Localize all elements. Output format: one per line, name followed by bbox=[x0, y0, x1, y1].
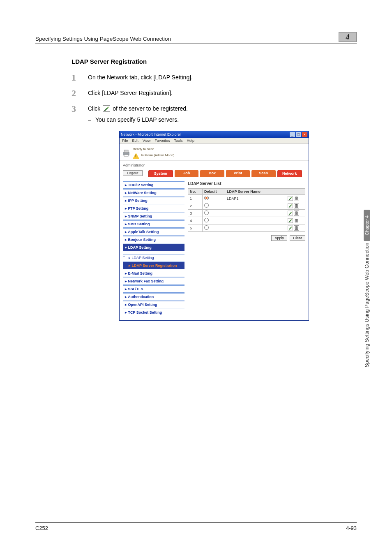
col-default: Default bbox=[203, 189, 225, 195]
table-row: 3 bbox=[188, 210, 305, 217]
tab-box[interactable]: Box bbox=[200, 170, 224, 177]
cell-name bbox=[225, 202, 285, 210]
delete-icon[interactable] bbox=[293, 211, 299, 215]
step-text: Click [LDAP Server Registration]. bbox=[88, 89, 357, 97]
ldap-server-table: No. Default LDAP Server Name 1LDAP12345 bbox=[188, 188, 305, 232]
nav-email[interactable]: ▸ E-Mail Setting bbox=[123, 270, 184, 277]
cell-name bbox=[225, 210, 285, 217]
radio-icon[interactable] bbox=[204, 225, 209, 230]
menu-help[interactable]: Help bbox=[187, 139, 194, 143]
nav-ipp[interactable]: ▸ IPP Setting bbox=[123, 197, 184, 204]
nav-smb[interactable]: ▸ SMB Setting bbox=[123, 220, 184, 228]
cell-default[interactable] bbox=[203, 224, 225, 232]
side-navigation: ▸ TCP/IP Setting ▸ NetWare Setting ▸ IPP… bbox=[123, 181, 184, 316]
status-line-2: In Menu (Admin Mode) bbox=[141, 153, 174, 157]
step-number: 2 bbox=[71, 89, 88, 98]
section-number-chip: 4 bbox=[339, 32, 357, 42]
radio-icon[interactable] bbox=[204, 210, 209, 215]
step-number: 1 bbox=[71, 73, 88, 82]
nav-ldap-setting[interactable]: ▸ LDAP Setting bbox=[123, 254, 184, 261]
cell-default[interactable] bbox=[203, 217, 225, 224]
embedded-screenshot: Network - Microsoft Internet Explorer _ … bbox=[119, 131, 309, 321]
radio-icon[interactable] bbox=[204, 218, 209, 222]
cell-default[interactable] bbox=[203, 195, 225, 202]
panel-title: LDAP Server List bbox=[188, 181, 305, 186]
cell-name bbox=[225, 224, 285, 232]
nav-ssltls[interactable]: ▸ SSL/TLS bbox=[123, 285, 184, 293]
section-heading: LDAP Server Registration bbox=[71, 58, 357, 65]
svg-rect-10 bbox=[295, 197, 297, 198]
tab-print[interactable]: Print bbox=[226, 170, 250, 177]
radio-icon[interactable] bbox=[204, 196, 209, 200]
delete-icon[interactable] bbox=[293, 226, 299, 230]
nav-tcpip[interactable]: ▸ TCP/IP Setting bbox=[123, 181, 184, 189]
svg-rect-24 bbox=[295, 212, 297, 213]
menu-favorites[interactable]: Favorites bbox=[154, 139, 170, 143]
svg-rect-3 bbox=[124, 155, 128, 156]
tab-scan[interactable]: Scan bbox=[251, 170, 275, 177]
tab-network[interactable]: Network bbox=[277, 170, 302, 177]
menu-view[interactable]: View bbox=[143, 139, 150, 143]
nav-ldap-parent[interactable]: ▾ LDAP Setting bbox=[123, 244, 184, 251]
edit-icon[interactable] bbox=[287, 226, 293, 230]
table-row: 1LDAP1 bbox=[188, 195, 305, 202]
nav-openapi[interactable]: ▸ OpenAPI Setting bbox=[123, 301, 184, 308]
nav-tcpsocket[interactable]: ▸ TCP Socket Setting bbox=[123, 309, 184, 316]
nav-snmp[interactable]: ▸ SNMP Setting bbox=[123, 213, 184, 220]
footer-right: 4-93 bbox=[346, 525, 357, 531]
edit-icon[interactable] bbox=[287, 196, 293, 200]
clear-button[interactable]: Clear bbox=[290, 235, 305, 241]
cell-no: 5 bbox=[188, 224, 203, 232]
menu-file[interactable]: File bbox=[122, 139, 128, 143]
nav-ftp[interactable]: ▸ FTP Setting bbox=[123, 205, 184, 212]
delete-icon[interactable] bbox=[293, 204, 299, 208]
step-text-before: Click bbox=[88, 105, 102, 112]
nav-netware[interactable]: ▸ NetWare Setting bbox=[123, 189, 184, 197]
step-number: 3 bbox=[71, 104, 88, 113]
cell-default[interactable] bbox=[203, 202, 225, 210]
role-label: Administrator bbox=[123, 163, 305, 167]
col-name: LDAP Server Name bbox=[225, 189, 285, 195]
edit-pencil-icon bbox=[103, 105, 110, 112]
printer-icon bbox=[122, 149, 130, 157]
step-subtext: You can specify 5 LDAP servers. bbox=[88, 116, 357, 124]
tab-system[interactable]: System bbox=[148, 170, 173, 177]
delete-icon[interactable] bbox=[293, 196, 299, 200]
cell-no: 1 bbox=[188, 195, 203, 202]
tab-job[interactable]: Job bbox=[175, 170, 198, 177]
apply-button[interactable]: Apply bbox=[271, 235, 287, 241]
logout-button[interactable]: Logout bbox=[123, 170, 143, 176]
cell-name: LDAP1 bbox=[225, 195, 285, 202]
chapter-tab: Chapter 4 bbox=[364, 210, 370, 241]
browser-menubar[interactable]: File Edit View Favorites Tools Help bbox=[120, 138, 309, 144]
cell-name bbox=[225, 217, 285, 224]
window-minimize-icon[interactable]: _ bbox=[290, 132, 295, 137]
nav-ldap-server-registration[interactable]: ▸ LDAP Server Registration bbox=[123, 262, 184, 269]
svg-rect-17 bbox=[295, 204, 297, 205]
col-actions bbox=[285, 189, 305, 195]
menu-edit[interactable]: Edit bbox=[132, 139, 139, 143]
nav-auth[interactable]: ▸ Authentication bbox=[123, 293, 184, 301]
cell-default[interactable] bbox=[203, 210, 225, 217]
table-row: 2 bbox=[188, 202, 305, 210]
window-title: Network - Microsoft Internet Explorer bbox=[121, 132, 289, 136]
nav-bonjour[interactable]: ▸ Bonjour Setting bbox=[123, 236, 184, 243]
menu-tools[interactable]: Tools bbox=[174, 139, 182, 143]
table-row: 5 bbox=[188, 224, 305, 232]
radio-icon[interactable] bbox=[204, 203, 209, 208]
window-maximize-icon[interactable]: □ bbox=[296, 132, 301, 137]
svg-rect-2 bbox=[124, 150, 128, 153]
edit-icon[interactable] bbox=[287, 218, 293, 222]
nav-appletalk[interactable]: ▸ AppleTalk Setting bbox=[123, 228, 184, 236]
nav-netfax[interactable]: ▸ Network Fax Setting bbox=[123, 278, 184, 285]
step-text: On the Network tab, click [LDAP Setting]… bbox=[88, 73, 357, 82]
edit-icon[interactable] bbox=[287, 204, 293, 208]
edit-icon[interactable] bbox=[287, 211, 293, 215]
svg-rect-31 bbox=[295, 219, 297, 220]
delete-icon[interactable] bbox=[293, 218, 299, 222]
cell-no: 4 bbox=[188, 217, 203, 224]
svg-rect-38 bbox=[295, 227, 297, 227]
step-text-after: of the server to be registered. bbox=[113, 105, 188, 112]
window-close-icon[interactable]: × bbox=[302, 132, 307, 137]
chapter-tab-text: Specifying Settings Using PageScope Web … bbox=[364, 243, 370, 367]
